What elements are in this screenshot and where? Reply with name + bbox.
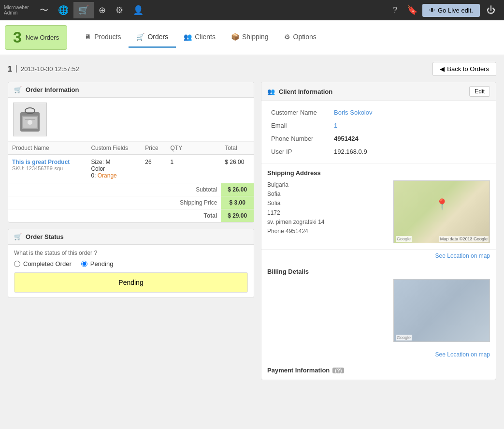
completed-order-option[interactable]: Completed Order (14, 260, 72, 267)
sec-nav-tabs: 🖥 Products 🛒 Orders 👥 Clients 📦 Shipping… (72, 27, 504, 48)
main-columns: 🛒 Order Information (8, 82, 496, 380)
product-name-link[interactable]: This is great Product (12, 159, 70, 165)
shipping-inner: Bulgaria Sofia Sofia 1172 sv. pimen zogr… (267, 180, 490, 243)
table-row: This is great Product SKU: 123456789-squ… (8, 155, 254, 183)
user-ip-label: User IP (267, 145, 330, 158)
user-ip-row: User IP 192.168.0.9 (267, 145, 490, 158)
svg-point-4 (28, 120, 32, 125)
new-orders-badge[interactable]: 3 New Orders (5, 25, 67, 50)
orders-tab-icon: 🛒 (136, 33, 144, 41)
shipping-address-section: Shipping Address Bulgaria Sofia Sofia 11… (261, 163, 496, 250)
total-cell: $ 26.00 (221, 155, 254, 183)
shipping-tab-icon: 📦 (231, 33, 239, 41)
billing-see-location-link[interactable]: See Location on map (261, 348, 496, 361)
pending-radio[interactable] (81, 261, 87, 267)
addr-line-6: Phone 4951424 (267, 227, 389, 236)
tab-options[interactable]: ⚙ Options (276, 27, 324, 48)
phone-value: 4951424 (330, 132, 490, 145)
billing-google-logo: Google (396, 335, 412, 340)
phone-label: Phone Number (267, 132, 330, 145)
order-table: Product Name Custom Fields Price QTY Tot… (8, 142, 254, 222)
order-header: 1 2013-10-30 12:57:52 ◀ Back to Orders (8, 62, 496, 76)
col-total: Total (221, 142, 254, 155)
globe-icon: 🌐 (58, 5, 69, 15)
new-orders-label: New Orders (26, 34, 59, 41)
product-image (13, 103, 47, 136)
secondary-navigation: 3 New Orders 🖥 Products 🛒 Orders 👥 Clien… (0, 20, 504, 55)
go-live-button[interactable]: 👁 Go Live edit. (422, 4, 480, 17)
product-image-svg (18, 105, 42, 134)
clients-tab-icon: 👥 (184, 33, 192, 41)
products-tab-icon: 🖥 (85, 33, 91, 41)
order-info-cart-icon: 🛒 (14, 86, 22, 93)
products-tab-label: Products (94, 33, 121, 41)
product-sku: SKU: 123456789-squ (12, 165, 83, 171)
app-subtitle: Admin (4, 10, 29, 15)
col-product-name: Product Name (8, 142, 87, 155)
right-column: 👥 Client Information Edit Customer Name … (261, 82, 496, 380)
analytics-nav-btn[interactable]: 〜 (35, 1, 53, 19)
subtotal-value: $ 26.00 (221, 183, 254, 196)
customer-name-row: Customer Name Boris Sokolov (267, 106, 490, 119)
google-logo: Google (396, 236, 412, 242)
shipping-map: 📍 Google Map data ©2013 Google (393, 180, 490, 243)
clients-tab-label: Clients (195, 33, 216, 41)
completed-order-radio[interactable] (14, 261, 20, 267)
map-pin-icon: 📍 (435, 198, 448, 211)
color-value: Orange (98, 172, 117, 179)
order-id: 1 (8, 65, 12, 74)
addr-line-5: sv. pimen zografski 14 (267, 218, 389, 227)
bookmark-nav-btn[interactable]: 🔖 (402, 2, 422, 18)
grand-total-label: Total (167, 209, 221, 222)
back-to-orders-button[interactable]: ◀ Back to Orders (432, 62, 496, 76)
shipping-see-location-link[interactable]: See Location on map (261, 250, 496, 262)
color-index: 0: (91, 172, 96, 179)
order-info-panel: 🛒 Order Information (8, 82, 254, 223)
main-content: 1 2013-10-30 12:57:52 ◀ Back to Orders 🛒… (0, 55, 504, 387)
flow-nav-btn[interactable]: ⊕ (94, 2, 111, 18)
user-nav-btn[interactable]: 👤 (128, 2, 148, 18)
email-value: 1 (330, 119, 490, 132)
phone-number: 4951424 (334, 135, 359, 142)
order-status-panel: 🛒 Order Status What is the status of thi… (8, 229, 254, 298)
help-nav-btn[interactable]: ? (388, 3, 402, 17)
tab-orders[interactable]: 🛒 Orders (129, 27, 176, 48)
phone-row: Phone Number 4951424 (267, 132, 490, 145)
payment-info-title: Payment Information (?) (267, 367, 490, 374)
email-link[interactable]: 1 (334, 122, 337, 129)
addr-line-1: Bulgaria (267, 180, 389, 190)
billing-map: Google (393, 279, 490, 342)
pending-option[interactable]: Pending (81, 260, 114, 267)
payment-help-badge[interactable]: (?) (332, 368, 344, 373)
product-image-area (8, 98, 254, 142)
shipping-value: $ 3.00 (221, 196, 254, 209)
price-cell: 26 (141, 155, 166, 183)
billing-details-section: Billing Details Google (261, 262, 496, 348)
customer-name-link[interactable]: Boris Sokolov (334, 109, 372, 116)
edit-client-button[interactable]: Edit (469, 86, 490, 97)
shipping-label: Shipping Price (167, 196, 221, 209)
field-color: Color (91, 165, 137, 172)
user-ip-value: 192.168.0.9 (330, 145, 490, 158)
globe-nav-btn[interactable]: 🌐 (53, 2, 73, 18)
order-status-header: 🛒 Order Status (8, 229, 254, 245)
tab-clients[interactable]: 👥 Clients (176, 27, 223, 48)
billing-details-title: Billing Details (267, 268, 490, 275)
qty-cell: 1 (167, 155, 221, 183)
back-arrow-icon: ◀ (440, 65, 445, 73)
tab-products[interactable]: 🖥 Products (77, 27, 129, 48)
back-to-orders-label: Back to Orders (447, 65, 489, 73)
pending-status-label: Pending (118, 279, 143, 286)
settings-nav-btn[interactable]: ⚙ (111, 2, 128, 18)
power-nav-btn[interactable]: ⏻ (482, 2, 500, 18)
col-qty: QTY (167, 142, 221, 155)
addr-line-3: Sofia (267, 199, 389, 208)
status-question: What is the status of this order ? (14, 250, 248, 256)
cart-nav-btn[interactable]: 🛒 (73, 2, 94, 18)
app-logo: Microweber Admin (4, 5, 29, 15)
power-icon: ⏻ (487, 5, 495, 15)
pending-status-button[interactable]: Pending (14, 272, 248, 293)
client-info-header: 👥 Client Information Edit (261, 82, 496, 101)
tab-shipping[interactable]: 📦 Shipping (223, 27, 276, 48)
shipping-row: Shipping Price $ 3.00 (8, 196, 254, 209)
